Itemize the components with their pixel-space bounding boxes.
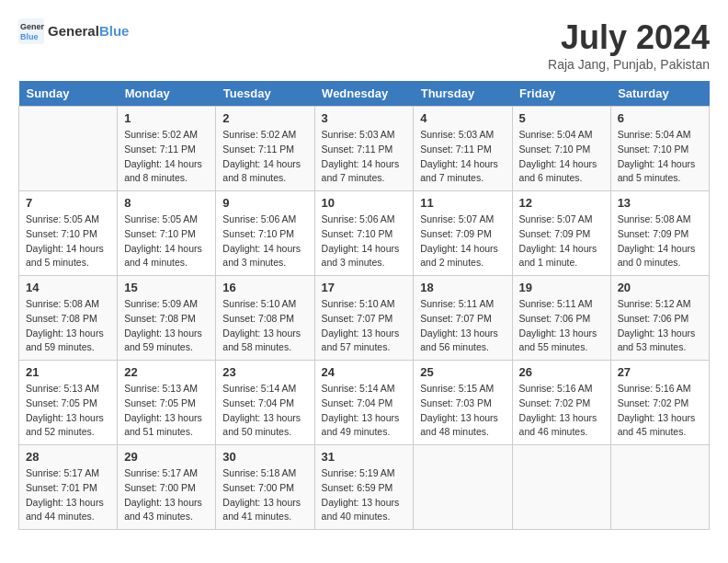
day-info: Sunrise: 5:13 AMSunset: 7:05 PMDaylight:… xyxy=(26,382,110,440)
day-info: Sunrise: 5:15 AMSunset: 7:03 PMDaylight:… xyxy=(420,382,505,440)
day-cell: 2Sunrise: 5:02 AMSunset: 7:11 PMDaylight… xyxy=(216,107,314,191)
day-number: 23 xyxy=(222,365,307,379)
day-cell: 20Sunrise: 5:12 AMSunset: 7:06 PMDayligh… xyxy=(610,276,709,361)
day-info: Sunrise: 5:03 AMSunset: 7:11 PMDaylight:… xyxy=(322,128,407,186)
day-cell: 19Sunrise: 5:11 AMSunset: 7:06 PMDayligh… xyxy=(512,276,610,361)
day-info: Sunrise: 5:19 AMSunset: 6:59 PMDaylight:… xyxy=(322,466,407,524)
day-number: 7 xyxy=(26,196,110,210)
day-number: 19 xyxy=(519,281,604,294)
day-cell: 21Sunrise: 5:13 AMSunset: 7:05 PMDayligh… xyxy=(19,361,118,445)
day-cell: 8Sunrise: 5:05 AMSunset: 7:10 PMDaylight… xyxy=(118,191,216,276)
day-cell: 28Sunrise: 5:17 AMSunset: 7:01 PMDayligh… xyxy=(19,445,118,530)
day-cell: 3Sunrise: 5:03 AMSunset: 7:11 PMDaylight… xyxy=(314,107,414,191)
day-info: Sunrise: 5:11 AMSunset: 7:07 PMDaylight:… xyxy=(420,297,505,355)
svg-text:General: General xyxy=(20,22,44,31)
day-info: Sunrise: 5:16 AMSunset: 7:02 PMDaylight:… xyxy=(618,382,702,440)
day-cell: 1Sunrise: 5:02 AMSunset: 7:11 PMDaylight… xyxy=(118,107,216,191)
col-wednesday: Wednesday xyxy=(314,81,414,107)
day-number: 18 xyxy=(420,281,505,294)
day-info: Sunrise: 5:09 AMSunset: 7:08 PMDaylight:… xyxy=(124,297,209,355)
day-number: 1 xyxy=(124,111,209,125)
week-row-1: 1Sunrise: 5:02 AMSunset: 7:11 PMDaylight… xyxy=(19,107,710,191)
day-cell xyxy=(512,445,610,530)
day-info: Sunrise: 5:18 AMSunset: 7:00 PMDaylight:… xyxy=(222,466,307,524)
day-cell xyxy=(414,445,512,530)
calendar-table: Sunday Monday Tuesday Wednesday Thursday… xyxy=(18,81,710,530)
day-cell: 25Sunrise: 5:15 AMSunset: 7:03 PMDayligh… xyxy=(414,361,512,445)
day-cell: 4Sunrise: 5:03 AMSunset: 7:11 PMDaylight… xyxy=(414,107,512,191)
col-thursday: Thursday xyxy=(414,81,512,107)
day-info: Sunrise: 5:11 AMSunset: 7:06 PMDaylight:… xyxy=(519,297,604,355)
day-info: Sunrise: 5:07 AMSunset: 7:09 PMDaylight:… xyxy=(420,213,505,270)
day-cell: 9Sunrise: 5:06 AMSunset: 7:10 PMDaylight… xyxy=(216,191,314,276)
header: General Blue GeneralBlue July 2024 Raja … xyxy=(18,18,710,72)
day-number: 31 xyxy=(322,450,407,464)
day-info: Sunrise: 5:05 AMSunset: 7:10 PMDaylight:… xyxy=(124,213,209,270)
day-number: 9 xyxy=(222,196,307,210)
day-number: 11 xyxy=(420,196,505,210)
col-saturday: Saturday xyxy=(610,81,709,107)
day-cell: 7Sunrise: 5:05 AMSunset: 7:10 PMDaylight… xyxy=(19,191,118,276)
day-number: 30 xyxy=(222,450,307,464)
day-info: Sunrise: 5:10 AMSunset: 7:07 PMDaylight:… xyxy=(322,297,407,355)
day-number: 22 xyxy=(124,365,209,379)
logo-text-general: General xyxy=(48,23,99,39)
day-info: Sunrise: 5:06 AMSunset: 7:10 PMDaylight:… xyxy=(222,213,307,270)
day-cell: 18Sunrise: 5:11 AMSunset: 7:07 PMDayligh… xyxy=(414,276,512,361)
day-cell: 24Sunrise: 5:14 AMSunset: 7:04 PMDayligh… xyxy=(314,361,414,445)
day-number: 6 xyxy=(618,111,702,125)
svg-text:Blue: Blue xyxy=(20,32,39,41)
day-info: Sunrise: 5:17 AMSunset: 7:01 PMDaylight:… xyxy=(26,466,110,524)
day-cell: 12Sunrise: 5:07 AMSunset: 7:09 PMDayligh… xyxy=(512,191,610,276)
week-row-4: 21Sunrise: 5:13 AMSunset: 7:05 PMDayligh… xyxy=(19,361,710,445)
day-number: 8 xyxy=(124,196,209,210)
day-number: 16 xyxy=(222,281,307,294)
day-info: Sunrise: 5:05 AMSunset: 7:10 PMDaylight:… xyxy=(26,213,110,270)
col-monday: Monday xyxy=(118,81,216,107)
day-cell: 10Sunrise: 5:06 AMSunset: 7:10 PMDayligh… xyxy=(314,191,414,276)
day-number: 14 xyxy=(26,281,110,294)
day-number: 10 xyxy=(322,196,407,210)
day-info: Sunrise: 5:04 AMSunset: 7:10 PMDaylight:… xyxy=(519,128,604,186)
col-tuesday: Tuesday xyxy=(216,81,314,107)
day-number: 13 xyxy=(618,196,702,210)
month-title: July 2024 xyxy=(548,18,710,57)
day-cell: 29Sunrise: 5:17 AMSunset: 7:00 PMDayligh… xyxy=(118,445,216,530)
day-cell: 5Sunrise: 5:04 AMSunset: 7:10 PMDaylight… xyxy=(512,107,610,191)
title-area: July 2024 Raja Jang, Punjab, Pakistan xyxy=(548,18,710,72)
logo-text-blue: Blue xyxy=(99,23,130,39)
logo: General Blue GeneralBlue xyxy=(18,18,129,44)
day-number: 27 xyxy=(618,365,702,379)
day-cell xyxy=(19,107,118,191)
week-row-2: 7Sunrise: 5:05 AMSunset: 7:10 PMDaylight… xyxy=(19,191,710,276)
day-info: Sunrise: 5:07 AMSunset: 7:09 PMDaylight:… xyxy=(519,213,604,270)
header-row: Sunday Monday Tuesday Wednesday Thursday… xyxy=(19,81,710,107)
day-info: Sunrise: 5:16 AMSunset: 7:02 PMDaylight:… xyxy=(519,382,604,440)
location: Raja Jang, Punjab, Pakistan xyxy=(548,57,710,72)
col-sunday: Sunday xyxy=(19,81,118,107)
day-number: 15 xyxy=(124,281,209,294)
day-number: 29 xyxy=(124,450,209,464)
day-info: Sunrise: 5:13 AMSunset: 7:05 PMDaylight:… xyxy=(124,382,209,440)
day-number: 3 xyxy=(322,111,407,125)
day-info: Sunrise: 5:14 AMSunset: 7:04 PMDaylight:… xyxy=(322,382,407,440)
day-info: Sunrise: 5:04 AMSunset: 7:10 PMDaylight:… xyxy=(618,128,702,186)
col-friday: Friday xyxy=(512,81,610,107)
day-cell: 30Sunrise: 5:18 AMSunset: 7:00 PMDayligh… xyxy=(216,445,314,530)
day-info: Sunrise: 5:10 AMSunset: 7:08 PMDaylight:… xyxy=(222,297,307,355)
day-cell: 27Sunrise: 5:16 AMSunset: 7:02 PMDayligh… xyxy=(610,361,709,445)
day-cell: 23Sunrise: 5:14 AMSunset: 7:04 PMDayligh… xyxy=(216,361,314,445)
day-info: Sunrise: 5:12 AMSunset: 7:06 PMDaylight:… xyxy=(618,297,702,355)
day-cell: 17Sunrise: 5:10 AMSunset: 7:07 PMDayligh… xyxy=(314,276,414,361)
day-info: Sunrise: 5:02 AMSunset: 7:11 PMDaylight:… xyxy=(222,128,307,186)
day-info: Sunrise: 5:17 AMSunset: 7:00 PMDaylight:… xyxy=(124,466,209,524)
week-row-3: 14Sunrise: 5:08 AMSunset: 7:08 PMDayligh… xyxy=(19,276,710,361)
day-number: 17 xyxy=(322,281,407,294)
day-cell: 15Sunrise: 5:09 AMSunset: 7:08 PMDayligh… xyxy=(118,276,216,361)
day-cell xyxy=(610,445,709,530)
day-cell: 16Sunrise: 5:10 AMSunset: 7:08 PMDayligh… xyxy=(216,276,314,361)
week-row-5: 28Sunrise: 5:17 AMSunset: 7:01 PMDayligh… xyxy=(19,445,710,530)
day-info: Sunrise: 5:06 AMSunset: 7:10 PMDaylight:… xyxy=(322,213,407,270)
logo-icon: General Blue xyxy=(18,18,44,44)
day-cell: 22Sunrise: 5:13 AMSunset: 7:05 PMDayligh… xyxy=(118,361,216,445)
